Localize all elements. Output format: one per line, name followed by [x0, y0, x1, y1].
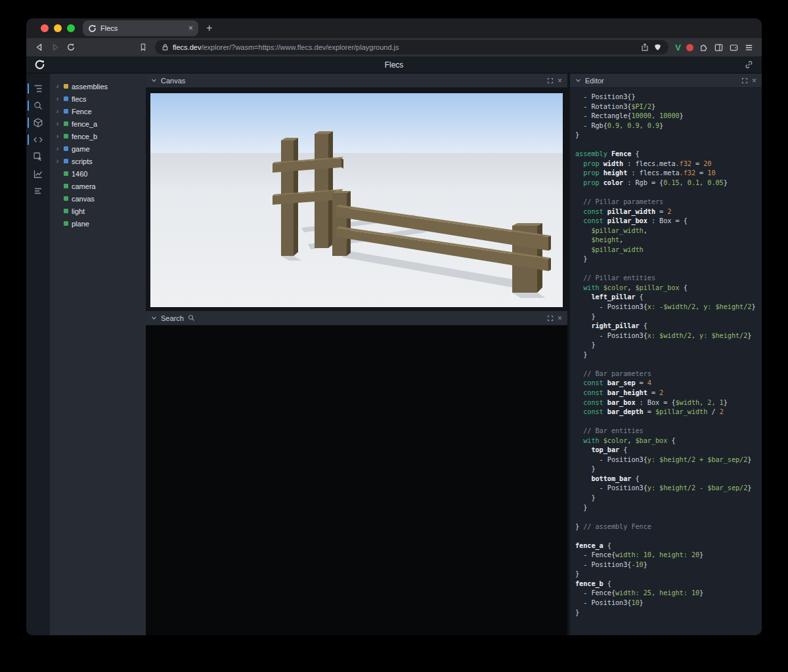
editor-panel-header: Editor ×	[570, 74, 762, 88]
tree-item[interactable]: ›scripts	[50, 155, 146, 167]
code-line	[575, 264, 760, 274]
code-line: const bar_depth = $pillar_width / 2	[575, 407, 760, 417]
new-tab-button[interactable]: +	[206, 23, 212, 33]
collapse-chevron-icon[interactable]	[151, 77, 157, 83]
tree-item[interactable]: 1460	[50, 167, 146, 180]
code-editor-icon[interactable]	[26, 131, 50, 148]
code-line: }	[575, 350, 760, 360]
address-bar[interactable]: flecs.dev/explorer/?wasm=https://www.fle…	[155, 40, 668, 54]
tree-item-label: light	[72, 207, 85, 215]
entity-color-square	[64, 96, 68, 101]
tree-item[interactable]: ›game	[50, 142, 146, 155]
browser-tab[interactable]: Flecs ×	[83, 20, 198, 36]
window-minimize-button[interactable]	[54, 24, 62, 32]
tree-item-label: 1460	[72, 170, 87, 178]
close-panel-icon[interactable]: ×	[558, 314, 562, 322]
search-icon[interactable]	[26, 97, 50, 114]
reload-button[interactable]	[63, 40, 79, 54]
code-line: }	[575, 569, 760, 579]
menu-hamburger-icon[interactable]	[744, 43, 754, 52]
extensions-puzzle-icon[interactable]	[699, 43, 709, 52]
collapse-chevron-icon[interactable]	[151, 315, 157, 321]
expand-panel-icon[interactable]	[547, 77, 554, 84]
expand-panel-icon[interactable]	[547, 315, 554, 322]
tab-title: Flecs	[100, 24, 185, 32]
collapse-chevron-icon[interactable]	[575, 77, 581, 83]
tree-item[interactable]: camera	[50, 180, 146, 192]
code-line: - Rectangle{10000, 10000}	[575, 111, 760, 121]
stats-chart-icon[interactable]	[26, 165, 50, 182]
center-column: Canvas ×	[146, 74, 567, 635]
tree-item[interactable]: canvas	[50, 192, 146, 205]
tree-item[interactable]: ›fence_a	[50, 117, 146, 130]
code-line: } // assembly Fence	[575, 522, 760, 532]
entity-color-square	[64, 159, 68, 163]
code-area[interactable]: - Position3{} - Rotation3{$PI/2} - Recta…	[570, 88, 762, 635]
code-line: - Fence{width: 10, height: 20}	[575, 550, 760, 560]
code-line	[575, 512, 760, 522]
code-line: }	[575, 493, 760, 503]
code-line: $height,	[575, 235, 760, 245]
tree-item[interactable]: ›Fence	[50, 105, 146, 117]
lock-icon[interactable]	[162, 43, 169, 51]
editor-panel: Editor × - Position3{} - Rotation3{$PI/2…	[570, 74, 762, 635]
tree-item[interactable]: ›flecs	[50, 93, 146, 105]
code-line: - Position3{-10}	[575, 560, 760, 570]
sidebar-panel-icon[interactable]	[714, 43, 724, 52]
entity-color-square	[64, 184, 68, 188]
expand-arrow-icon[interactable]: ›	[55, 108, 60, 115]
share-link-icon[interactable]	[744, 60, 754, 70]
tree-item[interactable]: plane	[50, 217, 146, 230]
expand-arrow-icon[interactable]: ›	[55, 133, 60, 140]
inspector-icon[interactable]	[26, 148, 50, 165]
tab-close-button[interactable]: ×	[188, 24, 193, 32]
window-close-button[interactable]	[41, 24, 49, 32]
expand-arrow-icon[interactable]: ›	[55, 120, 60, 127]
code-line: prop color : Rgb = {0.15, 0.1, 0.05}	[575, 178, 760, 188]
extension-red-icon[interactable]	[686, 44, 693, 51]
canvas-cube-icon[interactable]	[26, 114, 50, 131]
wallet-icon[interactable]	[729, 43, 739, 52]
entity-color-square	[64, 109, 68, 114]
tree-item[interactable]: ›fence_b	[50, 130, 146, 142]
entity-color-square	[64, 134, 68, 138]
entity-color-square	[64, 221, 68, 226]
tree-item-label: plane	[72, 220, 89, 228]
tree-item[interactable]: light	[50, 205, 146, 217]
expand-arrow-icon[interactable]: ›	[55, 95, 60, 102]
window-zoom-button[interactable]	[67, 24, 75, 32]
brave-shield-icon[interactable]	[653, 43, 662, 52]
window-controls	[26, 24, 75, 32]
code-line: const pillar_width = 2	[575, 207, 760, 217]
code-line: with $color, $bar_box {	[575, 436, 760, 446]
app-header: Flecs	[26, 56, 762, 74]
share-button[interactable]	[640, 43, 649, 52]
expand-arrow-icon[interactable]: ›	[55, 158, 60, 165]
code-line: - Position3{y: $height/2 + $bar_sep/2}	[575, 455, 760, 465]
close-panel-icon[interactable]: ×	[752, 77, 756, 85]
search-results-area	[146, 326, 567, 635]
forward-button[interactable]	[47, 40, 63, 54]
code-line: fence_b {	[575, 579, 760, 589]
expand-panel-icon[interactable]	[741, 77, 748, 84]
code-line: }	[575, 464, 760, 474]
code-line: // Pillar parameters	[575, 197, 760, 207]
extension-v-icon[interactable]: V	[675, 43, 681, 52]
entity-tree-icon[interactable]	[26, 80, 50, 97]
expand-arrow-icon[interactable]: ›	[55, 83, 60, 90]
commands-list-icon[interactable]	[26, 182, 50, 200]
back-button[interactable]	[32, 40, 47, 54]
entity-color-square	[64, 84, 68, 89]
expand-arrow-icon[interactable]: ›	[55, 145, 60, 152]
canvas-3d-view[interactable]	[146, 88, 567, 311]
tree-item[interactable]: ›assemblies	[50, 80, 146, 93]
canvas-panel: Canvas ×	[146, 74, 567, 311]
tree-item-label: game	[72, 145, 90, 153]
code-line: const bar_box : Box = {$width, 2, 1}	[575, 398, 760, 408]
close-panel-icon[interactable]: ×	[558, 77, 562, 85]
entity-color-square	[64, 209, 68, 213]
bookmark-icon[interactable]	[135, 40, 151, 54]
flecs-favicon-icon	[88, 24, 97, 33]
entity-color-square	[64, 171, 68, 176]
search-panel-title: Search	[161, 314, 184, 322]
